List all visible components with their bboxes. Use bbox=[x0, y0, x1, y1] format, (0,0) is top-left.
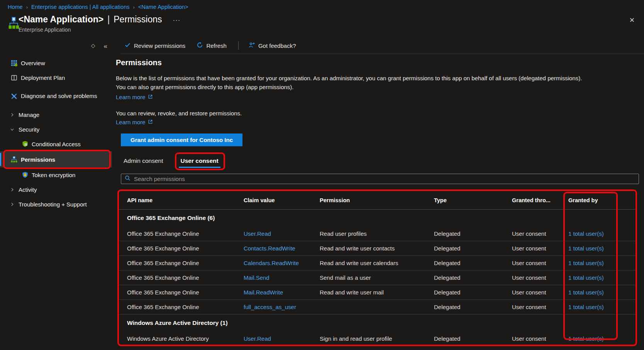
breadcrumb-enterprise-apps[interactable]: Enterprise applications | All applicatio… bbox=[31, 4, 129, 10]
table-group-row: Windows Azure Active Directory (1) bbox=[119, 314, 636, 331]
sidebar-item-manage[interactable]: Manage bbox=[0, 107, 112, 122]
column-header-granted-by[interactable]: Granted by bbox=[568, 197, 626, 203]
close-icon[interactable]: ✕ bbox=[629, 16, 635, 24]
page-title-separator: | bbox=[103, 14, 114, 25]
selection-accent-bar bbox=[0, 153, 1, 166]
sidebar-item-security[interactable]: Security bbox=[0, 122, 112, 137]
group-label: Office 365 Exchange Online (6) bbox=[127, 215, 636, 221]
claim-value-link[interactable]: Mail.ReadWrite bbox=[244, 289, 320, 296]
table-row[interactable]: Office 365 Exchange OnlineMail.SendSend … bbox=[119, 271, 636, 285]
permissions-table: API name Claim value Permission Type Gra… bbox=[117, 189, 637, 346]
table-row[interactable]: Office 365 Exchange OnlineUser.ReadRead … bbox=[119, 227, 636, 241]
table-group-row: Office 365 Exchange Online (6) bbox=[119, 210, 636, 227]
granted-by-link[interactable]: 1 total user(s) bbox=[568, 335, 626, 342]
granted-by-link[interactable]: 1 total user(s) bbox=[568, 230, 626, 237]
claim-value-link[interactable]: Contacts.ReadWrite bbox=[244, 245, 320, 252]
sidebar-menu: Overview Deployment Plan Diagnose and so… bbox=[0, 56, 112, 211]
sidebar-item-deployment-plan[interactable]: Deployment Plan bbox=[0, 70, 112, 85]
granted-by-link[interactable]: 1 total user(s) bbox=[568, 260, 626, 266]
sidebar-item-label: Manage bbox=[19, 112, 39, 118]
permissions-table-body: Office 365 Exchange Online (6)Office 365… bbox=[119, 210, 636, 346]
granted-by-link[interactable]: 1 total user(s) bbox=[568, 245, 626, 252]
type-cell: Delegated bbox=[434, 245, 512, 252]
claim-value-link[interactable]: Calendars.ReadWrite bbox=[244, 260, 320, 266]
claim-value-link[interactable]: full_access_as_user bbox=[244, 304, 320, 310]
granted-through-cell: User consent bbox=[512, 274, 568, 281]
consent-tabs: Admin consent User consent bbox=[124, 157, 644, 168]
table-header-row: API name Claim value Permission Type Gra… bbox=[119, 191, 636, 210]
grant-admin-consent-button[interactable]: Grant admin consent for Contoso Inc bbox=[121, 134, 242, 146]
got-feedback-button[interactable]: Got feedback? bbox=[249, 42, 296, 49]
granted-by-link[interactable]: 1 total user(s) bbox=[568, 274, 626, 281]
sidebar-item-permissions[interactable]: Permissions bbox=[0, 151, 112, 167]
claim-value-link[interactable]: User.Read bbox=[244, 335, 320, 342]
checkmark-icon bbox=[125, 42, 130, 49]
breadcrumb-separator: › bbox=[129, 4, 138, 10]
table-row[interactable]: Office 365 Exchange OnlineCalendars.Read… bbox=[119, 256, 636, 271]
more-options-icon[interactable]: ··· bbox=[173, 17, 181, 24]
feedback-person-icon bbox=[249, 42, 255, 49]
sidebar-item-label: Permissions bbox=[21, 156, 55, 163]
group-label: Windows Azure Active Directory (1) bbox=[127, 320, 636, 326]
type-cell: Delegated bbox=[434, 274, 512, 281]
grid-icon bbox=[11, 60, 17, 66]
sidebar-item-overview[interactable]: Overview bbox=[0, 56, 112, 70]
sidebar-item-conditional-access[interactable]: Conditional Access bbox=[0, 137, 112, 151]
table-row[interactable]: Office 365 Exchange OnlineContacts.ReadW… bbox=[119, 241, 636, 256]
table-row[interactable]: Office 365 Exchange Onlinefull_access_as… bbox=[119, 300, 636, 314]
table-row[interactable]: Office 365 Exchange OnlineMail.ReadWrite… bbox=[119, 285, 636, 300]
tab-user-consent[interactable]: User consent bbox=[181, 157, 219, 168]
pin-icon[interactable]: ◇ bbox=[91, 42, 95, 50]
page-title-section: Permissions bbox=[114, 14, 162, 25]
sidebar-item-troubleshooting[interactable]: Troubleshooting + Support bbox=[0, 197, 112, 211]
type-cell: Delegated bbox=[434, 230, 512, 237]
sidebar-item-activity[interactable]: Activity bbox=[0, 182, 112, 197]
section-heading: Permissions bbox=[116, 58, 644, 67]
toolbar-divider bbox=[238, 41, 239, 50]
refresh-icon bbox=[197, 42, 203, 49]
permission-cell: Read and write user mail bbox=[320, 289, 434, 296]
review-permissions-button[interactable]: Review permissions bbox=[125, 42, 185, 49]
search-icon bbox=[125, 175, 130, 183]
sidebar-item-label: Activity bbox=[19, 186, 37, 193]
page-subtitle: Enterprise Application bbox=[19, 27, 181, 33]
permission-cell: Read and write user calendars bbox=[320, 260, 434, 266]
type-cell: Delegated bbox=[434, 304, 512, 310]
granted-through-cell: User consent bbox=[512, 304, 568, 310]
shield-green-icon bbox=[22, 141, 28, 147]
type-cell: Delegated bbox=[434, 260, 512, 266]
api-name-cell: Office 365 Exchange Online bbox=[127, 245, 244, 252]
column-header-claim-value[interactable]: Claim value bbox=[244, 197, 320, 203]
permissions-description: Below is the list of permissions that ha… bbox=[116, 74, 590, 91]
learn-more-link-1[interactable]: Learn more bbox=[116, 94, 153, 100]
learn-more-link-2[interactable]: Learn more bbox=[116, 119, 153, 125]
api-name-cell: Windows Azure Active Directory bbox=[127, 335, 244, 342]
sidebar-item-token-encryption[interactable]: Token encryption bbox=[0, 167, 112, 182]
search-input[interactable] bbox=[134, 176, 635, 182]
breadcrumb-home[interactable]: Home bbox=[8, 4, 23, 10]
column-header-granted-through[interactable]: Granted thro... bbox=[512, 197, 568, 203]
breadcrumb-app-name[interactable]: <Name Application> bbox=[138, 4, 188, 10]
column-header-type[interactable]: Type bbox=[434, 197, 512, 203]
permission-cell: Read user profiles bbox=[320, 230, 434, 237]
claim-value-link[interactable]: Mail.Send bbox=[244, 274, 320, 281]
sidebar-item-diagnose[interactable]: Diagnose and solve problems bbox=[0, 85, 112, 107]
breadcrumb: Home › Enterprise applications | All app… bbox=[8, 4, 188, 10]
column-header-api-name[interactable]: API name bbox=[127, 197, 244, 203]
granted-through-cell: User consent bbox=[512, 230, 568, 237]
book-icon bbox=[11, 74, 17, 81]
api-name-cell: Office 365 Exchange Online bbox=[127, 274, 244, 281]
tab-admin-consent[interactable]: Admin consent bbox=[124, 157, 163, 168]
column-header-permission[interactable]: Permission bbox=[320, 197, 434, 203]
refresh-button[interactable]: Refresh bbox=[197, 42, 227, 49]
table-row[interactable]: Windows Azure Active DirectoryUser.ReadS… bbox=[119, 331, 636, 346]
command-bar: Review permissions Refresh Got feedback? bbox=[112, 37, 644, 54]
claim-value-link[interactable]: User.Read bbox=[244, 230, 320, 237]
review-note: You can review, revoke, and restore perm… bbox=[116, 110, 644, 117]
granted-by-link[interactable]: 1 total user(s) bbox=[568, 304, 626, 310]
collapse-menu-icon[interactable]: « bbox=[104, 42, 107, 50]
main-panel: Permissions Below is the list of permiss… bbox=[116, 54, 644, 350]
permission-cell: Sign in and read user profile bbox=[320, 335, 434, 342]
granted-by-link[interactable]: 1 total user(s) bbox=[568, 289, 626, 296]
sidebar-item-label: Overview bbox=[21, 60, 45, 66]
